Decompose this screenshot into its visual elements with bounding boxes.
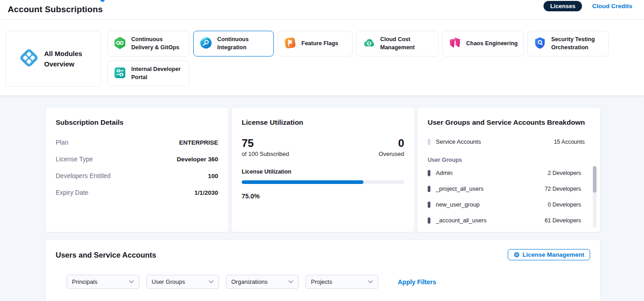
gear-icon: ⚙: [514, 251, 520, 258]
apply-filters-button[interactable]: Apply Filters: [398, 278, 436, 286]
user-groups-list: Admin 2 Developers _project_all_users 72…: [428, 169, 590, 224]
header-tabs: Licenses Cloud Credits: [544, 1, 632, 11]
service-accounts-label: Service Accounts: [436, 138, 481, 145]
clipped-header-icon: [100, 0, 105, 2]
cloud-credits-tab[interactable]: Cloud Credits: [592, 3, 632, 9]
cloud-cost-icon: $: [362, 36, 376, 52]
user-group-marker: [428, 170, 430, 176]
detail-label: Plan: [56, 139, 68, 146]
used-count: 75: [242, 137, 289, 149]
detail-value: 100: [208, 173, 218, 179]
service-accounts-count: 15 Accounts: [554, 139, 585, 145]
overused-caption: Overused: [379, 150, 404, 157]
user-groups-dropdown[interactable]: User Groups: [146, 275, 219, 289]
idp-icon: [113, 66, 127, 81]
breakdown-scrollbar-track[interactable]: [593, 165, 596, 227]
module-card-chaos-engineering[interactable]: Chaos Engineering: [442, 31, 524, 56]
user-group-name: new_user_group: [436, 201, 480, 208]
all-modules-icon: [19, 48, 39, 70]
projects-dropdown[interactable]: Projects: [305, 275, 378, 289]
user-group-name: _account_all_users: [436, 217, 487, 224]
detail-row-expiry-date: Expiry Date 1/1/2030: [56, 189, 218, 196]
user-group-count: 0 Developers: [548, 202, 581, 208]
module-row-2: Internal Developer Portal: [107, 61, 609, 86]
detail-value: ENTERPRISE: [179, 139, 218, 146]
breakdown-scrollbar-thumb[interactable]: [593, 166, 596, 193]
utilization-progress-fill: [242, 180, 363, 184]
overused-count: 0: [379, 137, 404, 149]
user-group-name: Admin: [436, 169, 453, 176]
module-card-cd-gitops[interactable]: Continuous Delivery & GitOps: [107, 31, 190, 56]
module-label: Continuous Delivery & GitOps: [131, 36, 184, 52]
user-group-row: Admin 2 Developers: [428, 169, 581, 176]
module-label: Security Testing Orchestration: [551, 36, 603, 52]
user-group-row: _account_all_users 61 Developers: [428, 217, 581, 224]
module-card-security-testing[interactable]: Security Testing Orchestration: [527, 31, 609, 56]
dropdown-label: Principals: [72, 278, 97, 285]
user-group-marker: [428, 186, 430, 192]
subscription-detail-rows: Plan ENTERPRISE License Type Developer 3…: [56, 139, 218, 196]
page-header: Account Subscriptions Licenses Cloud Cre…: [0, 0, 644, 20]
usage-summary: 75 of 100 Subscribed 0 Overused: [242, 137, 404, 157]
user-group-count: 72 Developers: [544, 186, 581, 192]
chevron-down-icon: [288, 280, 293, 283]
breakdown-card: User Groups and Service Accounts Breakdo…: [417, 107, 601, 232]
detail-label: Expiry Date: [56, 189, 88, 196]
utilization-bar-label: License Utilization: [242, 169, 404, 175]
user-groups-heading: User Groups: [428, 157, 590, 163]
module-card-internal-developer-portal[interactable]: Internal Developer Portal: [107, 61, 190, 86]
principals-dropdown[interactable]: Principals: [67, 275, 139, 289]
module-row-1: Continuous Delivery & GitOps Continuous …: [107, 31, 609, 56]
user-group-marker: [428, 217, 430, 224]
detail-label: Developers Entitled: [56, 172, 110, 179]
users-service-accounts-card: Users and Service Accounts ⚙ License Man…: [45, 240, 601, 301]
module-card-feature-flags[interactable]: Feature Flags: [277, 31, 353, 56]
user-group-row: _project_all_users 72 Developers: [428, 185, 581, 192]
user-group-row: new_user_group 0 Developers: [428, 201, 581, 208]
detail-row-developers-entitled: Developers Entitled 100: [56, 172, 218, 179]
dropdown-label: Projects: [311, 278, 332, 285]
licenses-tab[interactable]: Licenses: [544, 1, 582, 11]
chaos-icon: [448, 36, 462, 52]
utilization-progress-track: [242, 180, 404, 184]
module-selector-strip: All Modules Overview Continuous Delivery…: [0, 20, 644, 95]
subscription-details-title: Subscription Details: [56, 118, 218, 127]
detail-label: License Type: [56, 155, 93, 163]
user-group-count: 2 Developers: [548, 170, 581, 176]
license-management-label: License Management: [522, 251, 584, 258]
module-label: Chaos Engineering: [466, 40, 518, 48]
service-accounts-marker: [428, 139, 430, 145]
license-utilization-title: License Utilization: [242, 118, 404, 127]
breakdown-title: User Groups and Service Accounts Breakdo…: [428, 118, 590, 127]
detail-row-plan: Plan ENTERPRISE: [56, 139, 218, 146]
detail-value: 1/1/2030: [194, 189, 218, 196]
module-label: Internal Developer Portal: [131, 66, 184, 81]
organizations-dropdown[interactable]: Organizations: [226, 275, 299, 289]
license-management-button[interactable]: ⚙ License Management: [508, 249, 590, 260]
used-block: 75 of 100 Subscribed: [242, 137, 289, 157]
module-grid: Continuous Delivery & GitOps Continuous …: [107, 31, 609, 87]
chevron-down-icon: [129, 280, 134, 283]
dropdown-label: Organizations: [231, 278, 267, 285]
svg-text:$: $: [368, 41, 371, 46]
license-utilization-card: License Utilization 75 of 100 Subscribed…: [231, 107, 415, 232]
summary-cards-row: Subscription Details Plan ENTERPRISE Lic…: [45, 107, 601, 232]
all-modules-overview-card[interactable]: All Modules Overview: [5, 31, 101, 87]
module-label: Continuous Integration: [217, 36, 268, 52]
ci-icon: [199, 36, 213, 52]
page-title: Account Subscriptions: [8, 5, 103, 14]
module-label: Cloud Cost Management: [380, 36, 433, 52]
overused-block: 0 Overused: [379, 137, 404, 157]
detail-row-license-type: License Type Developer 360: [56, 155, 218, 163]
module-card-continuous-integration[interactable]: Continuous Integration: [193, 31, 274, 56]
cd-gitops-icon: [113, 36, 127, 52]
module-card-cloud-cost[interactable]: $ Cloud Cost Management: [356, 31, 439, 56]
service-accounts-row: Service Accounts 15 Accounts: [428, 138, 590, 145]
user-group-count: 61 Developers: [544, 217, 581, 224]
user-group-name: _project_all_users: [436, 185, 484, 192]
security-testing-icon: [533, 36, 547, 52]
content-area: Subscription Details Plan ENTERPRISE Lic…: [0, 95, 644, 301]
feature-flags-icon: [283, 36, 297, 52]
subscription-details-card: Subscription Details Plan ENTERPRISE Lic…: [45, 107, 229, 232]
dropdown-label: User Groups: [152, 278, 185, 285]
